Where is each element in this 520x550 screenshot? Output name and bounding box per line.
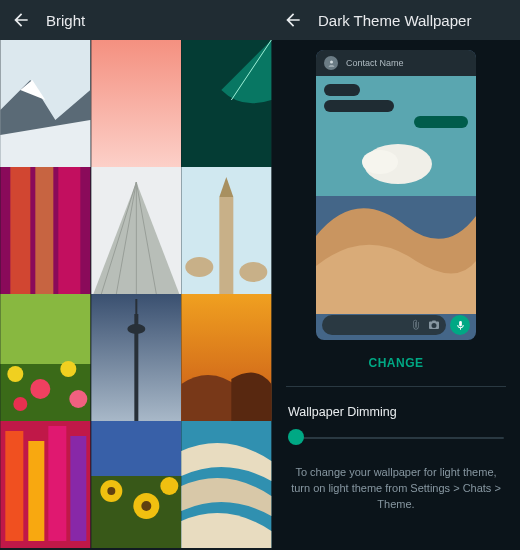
svg-rect-17	[220, 197, 234, 294]
svg-point-23	[7, 366, 23, 382]
incoming-bubble	[324, 84, 360, 96]
svg-point-19	[186, 257, 214, 277]
wallpaper-thumb-sand-ripples[interactable]	[181, 421, 272, 548]
wallpaper-thumb-desert-sunset[interactable]	[181, 294, 272, 421]
wallpaper-thumb-mosque-tower[interactable]	[181, 167, 272, 294]
theme-hint: To change your wallpaper for light theme…	[272, 455, 520, 513]
svg-point-44	[160, 477, 178, 495]
svg-rect-9	[58, 167, 80, 294]
svg-point-24	[30, 379, 50, 399]
left-topbar: Bright	[0, 0, 272, 40]
wallpaper-thumb-pink-gradient[interactable]	[91, 40, 182, 167]
svg-rect-38	[91, 421, 181, 476]
wallpaper-thumb-magenta-abstract[interactable]	[0, 167, 91, 294]
svg-rect-35	[28, 441, 44, 541]
mic-button[interactable]	[450, 315, 470, 335]
chat-body	[316, 76, 476, 314]
dimming-section: Wallpaper Dimming	[272, 393, 520, 455]
slider-thumb[interactable]	[288, 429, 304, 445]
svg-point-27	[13, 397, 27, 411]
chat-preview: Contact Name	[316, 50, 476, 340]
change-button[interactable]: CHANGE	[272, 346, 520, 380]
svg-rect-37	[70, 436, 86, 541]
preview-header: Contact Name	[316, 50, 476, 76]
wallpaper-grid	[0, 40, 272, 548]
svg-point-20	[240, 262, 268, 282]
divider	[286, 386, 506, 387]
dimming-slider[interactable]	[288, 429, 504, 447]
wallpaper-thumb-flower-field[interactable]	[0, 294, 91, 421]
back-icon[interactable]	[282, 9, 304, 31]
svg-point-41	[107, 487, 115, 495]
dimming-label: Wallpaper Dimming	[288, 405, 504, 419]
dark-theme-wallpaper-pane: Dark Theme Wallpaper Contact Name	[272, 0, 520, 550]
wallpaper-thumb-neon-market[interactable]	[0, 421, 91, 548]
svg-point-46	[330, 60, 333, 63]
svg-point-30	[127, 324, 145, 334]
svg-rect-8	[35, 167, 53, 294]
incoming-bubble	[324, 100, 394, 112]
wallpaper-thumb-sunflowers-sky[interactable]	[91, 421, 182, 548]
slider-track	[288, 437, 504, 439]
wallpaper-thumb-city-tower[interactable]	[91, 294, 182, 421]
bright-wallpapers-pane: Bright	[0, 0, 272, 550]
wallpaper-thumb-teal-wave[interactable]	[181, 40, 272, 167]
mic-icon	[455, 320, 466, 331]
svg-rect-7	[10, 167, 30, 294]
svg-rect-21	[0, 294, 90, 364]
attach-icon	[410, 319, 422, 331]
wallpaper-thumb-pyramid[interactable]	[91, 167, 182, 294]
svg-point-49	[362, 150, 398, 174]
preview-input-bar	[322, 314, 470, 336]
svg-point-26	[69, 390, 87, 408]
right-title: Dark Theme Wallpaper	[318, 12, 471, 29]
message-input[interactable]	[322, 315, 446, 335]
outgoing-bubble	[414, 116, 468, 128]
contact-name: Contact Name	[346, 58, 404, 68]
svg-point-43	[141, 501, 151, 511]
back-icon[interactable]	[10, 9, 32, 31]
svg-rect-4	[91, 40, 181, 167]
avatar-icon	[324, 56, 338, 70]
right-topbar: Dark Theme Wallpaper	[272, 0, 520, 40]
svg-rect-36	[48, 426, 66, 541]
camera-icon	[428, 319, 440, 331]
svg-point-25	[60, 361, 76, 377]
left-title: Bright	[46, 12, 85, 29]
wallpaper-thumb-mountain-snow[interactable]	[0, 40, 91, 167]
svg-rect-34	[5, 431, 23, 541]
